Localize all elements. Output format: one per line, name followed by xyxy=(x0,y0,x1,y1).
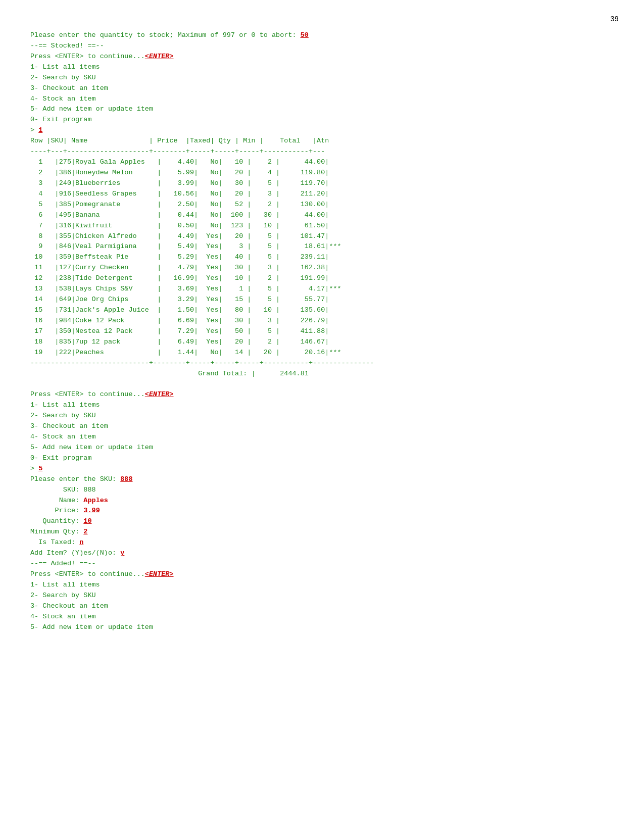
terminal-line xyxy=(30,379,614,389)
terminal-line: 3 |240|Blueberries | 3.99| No| 30 | 5 | … xyxy=(30,178,614,189)
terminal-line: 14 |649|Joe Org Chips | 3.29| Yes| 15 | … xyxy=(30,295,614,305)
terminal-line: 5- Add new item or update item xyxy=(30,443,614,453)
terminal-line: 8 |355|Chicken Alfredo | 4.49| Yes| 20 |… xyxy=(30,231,614,242)
terminal-line: Is Taxed: n xyxy=(30,537,614,548)
terminal-line: 3- Checkout an item xyxy=(30,421,614,432)
terminal-line: 1- List all items xyxy=(30,400,614,411)
terminal-line: 4 |916|Seedless Grapes | 10.56| No| 20 |… xyxy=(30,189,614,200)
terminal-line: 4- Stock an item xyxy=(30,612,614,622)
terminal-line: 12 |238|Tide Detergent | 16.99| Yes| 10 … xyxy=(30,273,614,284)
terminal-line: SKU: 888 xyxy=(30,485,614,496)
terminal-line: Press <ENTER> to continue...<ENTER> xyxy=(30,389,614,400)
terminal-line: > 1 xyxy=(30,125,614,136)
terminal-line: Price: 3.99 xyxy=(30,506,614,516)
terminal-line: 10 |359|Beffsteak Pie | 5.29| Yes| 40 | … xyxy=(30,252,614,263)
terminal-line: Please enter the SKU: 888 xyxy=(30,474,614,485)
terminal-line: Quantity: 10 xyxy=(30,516,614,527)
terminal-line: 15 |731|Jack's Apple Juice | 1.50| Yes| … xyxy=(30,305,614,316)
terminal-line: 2 |386|Honeydew Melon | 5.99| No| 20 | 4… xyxy=(30,168,614,178)
terminal-line: 1 |275|Royal Gala Apples | 4.40| No| 10 … xyxy=(30,157,614,168)
terminal-line: > 5 xyxy=(30,464,614,474)
terminal-line: 16 |984|Coke 12 Pack | 6.69| Yes| 30 | 3… xyxy=(30,316,614,326)
terminal-line: Please enter the quantity to stock; Maxi… xyxy=(30,30,614,41)
terminal-line: 19 |222|Peaches | 1.44| No| 14 | 20 | 20… xyxy=(30,348,614,358)
terminal-line: --== Stocked! ==-- xyxy=(30,41,614,52)
terminal-line: Grand Total: | 2444.81 xyxy=(30,369,614,379)
terminal-line: 5- Add new item or update item xyxy=(30,622,614,633)
terminal-line: 13 |538|Lays Chips S&V | 3.69| Yes| 1 | … xyxy=(30,284,614,295)
terminal-line: 2- Search by SKU xyxy=(30,411,614,421)
terminal-line: Press <ENTER> to continue...<ENTER> xyxy=(30,569,614,580)
terminal-line: 17 |350|Nestea 12 Pack | 7.29| Yes| 50 |… xyxy=(30,326,614,337)
terminal-line: 5- Add new item or update item xyxy=(30,104,614,115)
page-number: 39 xyxy=(610,15,619,23)
terminal-line: 11 |127|Curry Checken | 4.79| Yes| 30 | … xyxy=(30,263,614,273)
terminal-line: 2- Search by SKU xyxy=(30,591,614,601)
terminal-line: 9 |846|Veal Parmigiana | 5.49| Yes| 3 | … xyxy=(30,241,614,252)
terminal-line: 5 |385|Pomegranate | 2.50| No| 52 | 2 | … xyxy=(30,200,614,210)
terminal-line: 3- Checkout an item xyxy=(30,83,614,94)
terminal-line: 4- Stock an item xyxy=(30,94,614,105)
terminal-output: Please enter the quantity to stock; Maxi… xyxy=(30,30,614,633)
terminal-line: --== Added! ==-- xyxy=(30,559,614,569)
terminal-line: Name: Apples xyxy=(30,496,614,506)
terminal-line: 7 |316|Kiwifruit | 0.50| No| 123 | 10 | … xyxy=(30,221,614,231)
terminal-line: Row |SKU| Name | Price |Taxed| Qty | Min… xyxy=(30,136,614,146)
terminal-line: 18 |835|7up 12 pack | 6.49| Yes| 20 | 2 … xyxy=(30,337,614,348)
terminal-line: 0- Exit program xyxy=(30,453,614,464)
terminal-line: Minimum Qty: 2 xyxy=(30,527,614,537)
terminal-line: -----------------------------+--------+-… xyxy=(30,358,614,369)
terminal-line: 2- Search by SKU xyxy=(30,73,614,83)
terminal-line: 0- Exit program xyxy=(30,115,614,125)
terminal-line: Press <ENTER> to continue...<ENTER> xyxy=(30,52,614,62)
terminal-line: 1- List all items xyxy=(30,580,614,591)
terminal-line: 1- List all items xyxy=(30,62,614,73)
terminal-line: 4- Stock an item xyxy=(30,432,614,443)
terminal-line: 6 |495|Banana | 0.44| No| 100 | 30 | 44.… xyxy=(30,210,614,221)
terminal-line: ----+---+--------------------+--------+-… xyxy=(30,146,614,157)
terminal-line: 3- Checkout an item xyxy=(30,601,614,612)
terminal-line: Add Item? (Y)es/(N)o: y xyxy=(30,548,614,559)
